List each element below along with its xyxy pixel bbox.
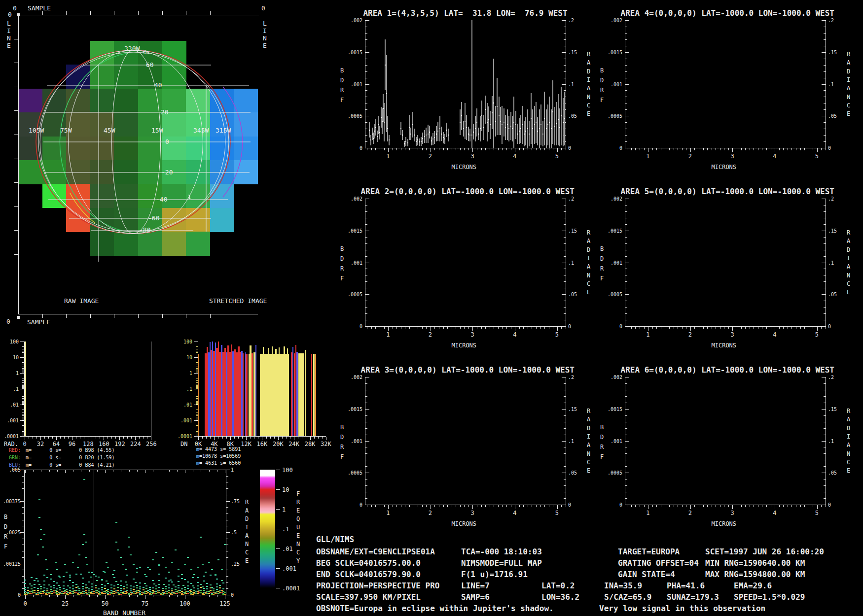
y2-minortick	[824, 288, 826, 288]
x-tick	[648, 148, 648, 152]
scatter-point	[48, 584, 50, 585]
x-minortick	[414, 148, 414, 150]
scatter-point	[59, 589, 61, 590]
x-minortick	[791, 505, 792, 507]
scatter-point	[34, 584, 36, 585]
y2-tick-label: 0	[568, 324, 571, 329]
y2-tick	[822, 231, 826, 231]
y-minortick	[22, 495, 24, 495]
scatter-point	[187, 585, 189, 586]
x-minortick	[549, 148, 549, 150]
y-minortick	[625, 435, 627, 435]
x-minortick	[306, 437, 306, 439]
scatter-point	[115, 522, 117, 523]
x-minortick	[791, 148, 792, 150]
y-tick	[625, 84, 629, 85]
y-tick-label: .1	[1, 386, 19, 392]
y-minortick	[365, 460, 367, 460]
y-axis-label-letter: D	[340, 77, 344, 84]
scatter-point	[126, 584, 128, 585]
info-text: F(1 u)=1716.91	[461, 570, 528, 579]
y2-minortick	[226, 520, 228, 520]
y-minortick	[365, 281, 367, 282]
x-tick-label: 0	[20, 441, 30, 447]
y-minortick	[365, 27, 367, 27]
scatter-point	[135, 582, 137, 583]
y-minortick	[365, 479, 367, 479]
x-minortick	[741, 148, 742, 150]
spectrum-point	[490, 124, 491, 125]
x-minortick	[258, 437, 258, 439]
spectrum-point	[517, 134, 518, 135]
y-tick	[194, 357, 198, 358]
scatter-point	[171, 590, 173, 591]
y-minortick	[196, 431, 198, 432]
x-minortick	[447, 148, 448, 150]
x-minortick	[532, 327, 532, 329]
scatter-point	[203, 576, 205, 577]
x-minortick	[750, 148, 750, 150]
x-minortick	[809, 327, 809, 329]
y-tick	[625, 294, 629, 295]
y-tick-label: .0015	[341, 50, 362, 55]
scatter-point	[112, 574, 114, 575]
y-axis-label-letter: B	[600, 245, 604, 252]
y-tick-label: 1	[175, 371, 192, 376]
y-minortick	[196, 371, 198, 371]
scatter-point	[72, 582, 74, 583]
scatter-point	[130, 588, 132, 589]
scatter-point	[29, 583, 31, 584]
scatter-point	[88, 582, 90, 582]
x-minortick-top	[41, 470, 41, 472]
y-tick-label: .0015	[341, 407, 362, 412]
y-minortick	[196, 417, 198, 417]
y2-minortick	[824, 435, 826, 435]
scatter-point	[158, 590, 160, 591]
scatter-point	[101, 589, 103, 590]
scatter-point	[91, 589, 93, 590]
x-tick	[145, 595, 145, 599]
y2-minortick	[564, 428, 566, 429]
y2-tick-label: 0	[568, 502, 571, 508]
y2-minortick	[564, 301, 566, 301]
x-minortick	[396, 505, 397, 507]
scatter-point	[171, 588, 173, 589]
x-minortick	[129, 595, 130, 597]
spectrum-point	[417, 139, 418, 140]
scatter-point	[50, 574, 52, 575]
y2-minortick	[564, 485, 566, 486]
y2-tick	[562, 505, 566, 505]
x-minortick	[443, 505, 444, 507]
y-minortick	[196, 365, 198, 365]
spectrum-point	[552, 111, 553, 112]
scatter-point	[168, 581, 170, 582]
x-tick	[472, 505, 473, 509]
x-tick	[388, 327, 389, 331]
y-minortick	[22, 378, 24, 378]
scatter-point	[66, 591, 68, 592]
scatter-point	[56, 582, 58, 583]
y2-tick-label: 1	[231, 467, 234, 473]
x-minortick	[121, 595, 121, 597]
x-minortick	[652, 148, 653, 150]
scatter-point	[50, 579, 52, 580]
y-tick-label: .002	[601, 18, 622, 23]
x-minortick	[68, 437, 69, 439]
scatter-point	[139, 567, 141, 568]
spectrum-point	[473, 132, 474, 133]
x-minortick	[468, 148, 469, 150]
scatter-point	[24, 583, 26, 584]
y2-minortick	[564, 65, 566, 66]
x-minortick-top	[57, 470, 58, 472]
y-minortick	[22, 351, 24, 351]
scatter-point	[66, 572, 68, 573]
x-minortick	[393, 327, 393, 329]
y-minortick	[22, 354, 24, 354]
x-tick-label: 100	[179, 600, 191, 607]
x-tick-label: 12K	[240, 441, 252, 447]
scatter-point	[59, 587, 61, 588]
y2-tick-label: .15	[828, 407, 837, 412]
y2-minortick	[824, 109, 826, 110]
x-tick	[119, 437, 120, 440]
scatter-point	[197, 567, 199, 568]
